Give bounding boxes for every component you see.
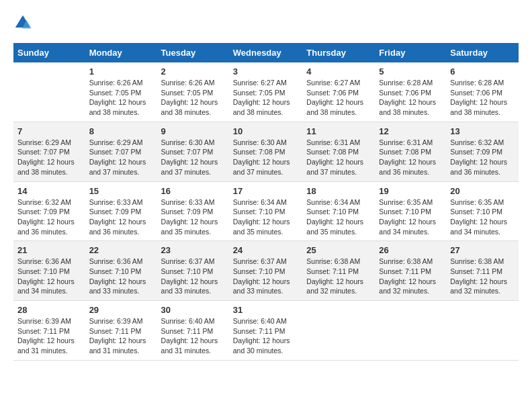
calendar-cell: 29Sunrise: 6:39 AM Sunset: 7:11 PM Dayli…	[85, 301, 157, 361]
calendar-cell: 19Sunrise: 6:35 AM Sunset: 7:10 PM Dayli…	[375, 181, 446, 241]
calendar-cell: 21Sunrise: 6:36 AM Sunset: 7:10 PM Dayli…	[13, 241, 85, 301]
calendar-cell: 7Sunrise: 6:29 AM Sunset: 7:07 PM Daylig…	[13, 122, 85, 181]
calendar-cell: 3Sunrise: 6:27 AM Sunset: 7:05 PM Daylig…	[229, 62, 303, 122]
day-number: 27	[450, 245, 515, 255]
day-number: 1	[89, 66, 153, 77]
calendar-cell: 12Sunrise: 6:31 AM Sunset: 7:08 PM Dayli…	[375, 122, 446, 181]
day-info: Sunrise: 6:33 AM Sunset: 7:09 PM Dayligh…	[161, 197, 225, 237]
header-day-wednesday: Wednesday	[229, 43, 303, 62]
day-number: 7	[17, 126, 81, 136]
day-number: 16	[161, 186, 225, 196]
calendar-cell: 30Sunrise: 6:40 AM Sunset: 7:11 PM Dayli…	[157, 301, 229, 361]
calendar-cell: 5Sunrise: 6:28 AM Sunset: 7:06 PM Daylig…	[375, 62, 446, 122]
calendar-cell: 17Sunrise: 6:34 AM Sunset: 7:10 PM Dayli…	[229, 181, 303, 241]
week-row-2: 14Sunrise: 6:32 AM Sunset: 7:09 PM Dayli…	[13, 181, 519, 241]
calendar-cell: 11Sunrise: 6:31 AM Sunset: 7:08 PM Dayli…	[302, 122, 375, 181]
calendar-cell: 20Sunrise: 6:35 AM Sunset: 7:10 PM Dayli…	[446, 181, 519, 241]
calendar-cell	[13, 62, 85, 122]
day-number: 5	[379, 66, 442, 77]
day-number: 29	[89, 305, 153, 315]
day-number: 11	[306, 126, 371, 136]
day-number: 15	[89, 186, 153, 196]
calendar-cell: 4Sunrise: 6:27 AM Sunset: 7:06 PM Daylig…	[302, 62, 375, 122]
header-row: SundayMondayTuesdayWednesdayThursdayFrid…	[13, 43, 519, 62]
calendar-cell: 18Sunrise: 6:34 AM Sunset: 7:10 PM Dayli…	[302, 181, 375, 241]
day-number: 12	[379, 126, 442, 136]
day-info: Sunrise: 6:34 AM Sunset: 7:10 PM Dayligh…	[233, 197, 299, 237]
day-number: 2	[161, 66, 225, 77]
day-info: Sunrise: 6:40 AM Sunset: 7:11 PM Dayligh…	[233, 316, 299, 356]
page-header	[13, 13, 519, 32]
day-info: Sunrise: 6:35 AM Sunset: 7:10 PM Dayligh…	[450, 197, 515, 237]
day-info: Sunrise: 6:34 AM Sunset: 7:10 PM Dayligh…	[306, 197, 371, 237]
header-day-thursday: Thursday	[302, 43, 375, 62]
day-info: Sunrise: 6:30 AM Sunset: 7:07 PM Dayligh…	[161, 138, 225, 177]
day-number: 23	[161, 245, 225, 255]
day-info: Sunrise: 6:39 AM Sunset: 7:11 PM Dayligh…	[17, 316, 81, 356]
calendar-cell: 16Sunrise: 6:33 AM Sunset: 7:09 PM Dayli…	[157, 181, 229, 241]
day-number: 14	[17, 186, 81, 196]
day-info: Sunrise: 6:28 AM Sunset: 7:06 PM Dayligh…	[379, 78, 442, 118]
calendar-cell: 13Sunrise: 6:32 AM Sunset: 7:09 PM Dayli…	[446, 122, 519, 181]
week-row-0: 1Sunrise: 6:26 AM Sunset: 7:05 PM Daylig…	[13, 62, 519, 122]
week-row-4: 28Sunrise: 6:39 AM Sunset: 7:11 PM Dayli…	[13, 301, 519, 361]
day-number: 6	[450, 66, 515, 77]
day-info: Sunrise: 6:39 AM Sunset: 7:11 PM Dayligh…	[89, 316, 153, 356]
day-info: Sunrise: 6:26 AM Sunset: 7:05 PM Dayligh…	[161, 78, 225, 118]
calendar-body: 1Sunrise: 6:26 AM Sunset: 7:05 PM Daylig…	[13, 62, 519, 360]
day-number: 21	[17, 245, 81, 255]
calendar-cell: 8Sunrise: 6:29 AM Sunset: 7:07 PM Daylig…	[85, 122, 157, 181]
calendar-cell: 24Sunrise: 6:37 AM Sunset: 7:10 PM Dayli…	[229, 241, 303, 301]
calendar-cell: 9Sunrise: 6:30 AM Sunset: 7:07 PM Daylig…	[157, 122, 229, 181]
calendar-cell: 23Sunrise: 6:37 AM Sunset: 7:10 PM Dayli…	[157, 241, 229, 301]
day-number: 9	[161, 126, 225, 136]
week-row-3: 21Sunrise: 6:36 AM Sunset: 7:10 PM Dayli…	[13, 241, 519, 301]
day-info: Sunrise: 6:27 AM Sunset: 7:06 PM Dayligh…	[306, 78, 371, 118]
calendar-table: SundayMondayTuesdayWednesdayThursdayFrid…	[13, 43, 519, 361]
calendar-cell: 28Sunrise: 6:39 AM Sunset: 7:11 PM Dayli…	[13, 301, 85, 361]
day-number: 24	[233, 245, 299, 255]
day-number: 20	[450, 186, 515, 196]
day-number: 10	[233, 126, 299, 136]
day-number: 4	[306, 66, 371, 77]
day-number: 30	[161, 305, 225, 315]
day-info: Sunrise: 6:32 AM Sunset: 7:09 PM Dayligh…	[17, 197, 81, 237]
day-info: Sunrise: 6:29 AM Sunset: 7:07 PM Dayligh…	[89, 138, 153, 177]
calendar-cell: 31Sunrise: 6:40 AM Sunset: 7:11 PM Dayli…	[229, 301, 303, 361]
day-number: 31	[233, 305, 299, 315]
day-info: Sunrise: 6:29 AM Sunset: 7:07 PM Dayligh…	[17, 138, 81, 177]
week-row-1: 7Sunrise: 6:29 AM Sunset: 7:07 PM Daylig…	[13, 122, 519, 181]
day-number: 25	[306, 245, 371, 255]
day-info: Sunrise: 6:40 AM Sunset: 7:11 PM Dayligh…	[161, 316, 225, 356]
day-number: 22	[89, 245, 153, 255]
day-info: Sunrise: 6:31 AM Sunset: 7:08 PM Dayligh…	[306, 138, 371, 177]
calendar-header: SundayMondayTuesdayWednesdayThursdayFrid…	[13, 43, 519, 62]
day-info: Sunrise: 6:37 AM Sunset: 7:10 PM Dayligh…	[233, 257, 299, 296]
day-info: Sunrise: 6:36 AM Sunset: 7:10 PM Dayligh…	[17, 257, 81, 296]
day-number: 26	[379, 245, 442, 255]
day-number: 19	[379, 186, 442, 196]
header-day-tuesday: Tuesday	[157, 43, 229, 62]
calendar-cell: 1Sunrise: 6:26 AM Sunset: 7:05 PM Daylig…	[85, 62, 157, 122]
calendar-cell: 6Sunrise: 6:28 AM Sunset: 7:06 PM Daylig…	[446, 62, 519, 122]
calendar-cell: 25Sunrise: 6:38 AM Sunset: 7:11 PM Dayli…	[302, 241, 375, 301]
logo-icon	[13, 13, 32, 32]
day-info: Sunrise: 6:26 AM Sunset: 7:05 PM Dayligh…	[89, 78, 153, 118]
calendar-cell: 15Sunrise: 6:33 AM Sunset: 7:09 PM Dayli…	[85, 181, 157, 241]
calendar-cell: 14Sunrise: 6:32 AM Sunset: 7:09 PM Dayli…	[13, 181, 85, 241]
calendar-cell: 27Sunrise: 6:38 AM Sunset: 7:11 PM Dayli…	[446, 241, 519, 301]
logo	[13, 13, 35, 32]
calendar-cell: 22Sunrise: 6:36 AM Sunset: 7:10 PM Dayli…	[85, 241, 157, 301]
day-info: Sunrise: 6:38 AM Sunset: 7:11 PM Dayligh…	[306, 257, 371, 296]
day-number: 3	[233, 66, 299, 77]
calendar-cell: 2Sunrise: 6:26 AM Sunset: 7:05 PM Daylig…	[157, 62, 229, 122]
day-info: Sunrise: 6:38 AM Sunset: 7:11 PM Dayligh…	[450, 257, 515, 296]
day-number: 18	[306, 186, 371, 196]
day-info: Sunrise: 6:31 AM Sunset: 7:08 PM Dayligh…	[379, 138, 442, 177]
day-number: 8	[89, 126, 153, 136]
day-number: 13	[450, 126, 515, 136]
calendar-cell: 10Sunrise: 6:30 AM Sunset: 7:08 PM Dayli…	[229, 122, 303, 181]
day-info: Sunrise: 6:33 AM Sunset: 7:09 PM Dayligh…	[89, 197, 153, 237]
day-number: 17	[233, 186, 299, 196]
day-info: Sunrise: 6:30 AM Sunset: 7:08 PM Dayligh…	[233, 138, 299, 177]
